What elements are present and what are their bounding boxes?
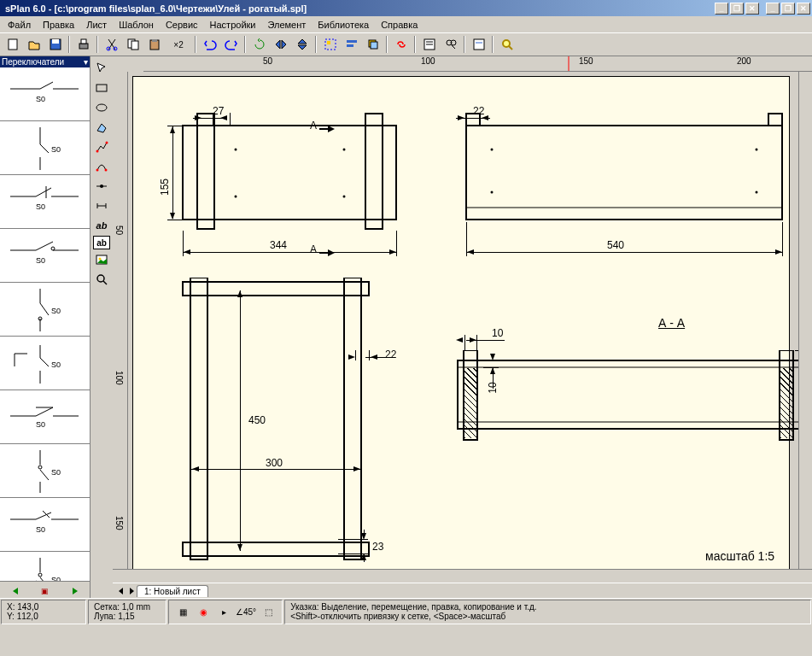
doc-minimize-button[interactable]: _ (766, 3, 780, 15)
tab-prev-icon[interactable] (116, 586, 126, 596)
rubber-toggle[interactable]: ⬚ (260, 605, 276, 620)
cut-button[interactable] (102, 35, 121, 54)
svg-line-81 (103, 281, 107, 284)
svg-point-68 (96, 104, 107, 111)
library-panel: Переключатели▾ S0 S0 S0 S0 S0 S0 S0 S0 S… (0, 56, 91, 598)
menu-edit[interactable]: Правка (37, 18, 80, 32)
paste-button[interactable] (144, 35, 164, 54)
tab-next-icon[interactable] (126, 586, 137, 596)
hint-text: Указка: Выделение, перемещение, правка, … (284, 600, 811, 624)
rect-tool[interactable] (92, 79, 112, 97)
print-button[interactable] (73, 35, 93, 54)
minimize-button[interactable]: _ (715, 3, 728, 15)
library-item[interactable]: S0 (0, 444, 90, 498)
library-item[interactable]: S0 (0, 121, 90, 175)
canvas[interactable]: 27 155 344 А (128, 72, 798, 569)
menu-settings[interactable]: Настройки (204, 18, 262, 32)
angle-toggle[interactable]: ▸ (216, 605, 231, 620)
svg-point-96 (491, 149, 494, 151)
zoom-tool[interactable] (92, 270, 112, 289)
flip-h-button[interactable] (271, 35, 290, 54)
svg-line-61 (43, 511, 50, 518)
canvas-area: 50 100 150 200 50 100 150 (113, 56, 812, 598)
circle-tool[interactable] (92, 98, 112, 117)
line-tool[interactable] (92, 138, 112, 156)
copy-button[interactable] (123, 35, 143, 54)
menu-sheet[interactable]: Лист (80, 18, 113, 32)
component-list-button[interactable] (469, 35, 488, 54)
scrollbar-vertical[interactable] (798, 72, 812, 569)
library-item[interactable]: S0 (0, 175, 90, 229)
library-item[interactable]: S0 (0, 67, 90, 121)
library-item[interactable]: S0 (0, 498, 90, 552)
menu-help[interactable]: Справка (375, 18, 424, 32)
menu-element[interactable]: Элемент (261, 18, 312, 32)
library-item[interactable]: S0 (0, 337, 90, 390)
open-button[interactable] (24, 35, 44, 54)
group-button[interactable] (320, 35, 340, 54)
find-button[interactable] (441, 35, 460, 54)
magnify-button[interactable] (497, 35, 517, 54)
dim-17: 17 (797, 376, 798, 387)
poly-tool[interactable] (92, 118, 112, 137)
redo-button[interactable] (221, 35, 241, 54)
svg-rect-23 (474, 39, 484, 50)
link-button[interactable] (391, 35, 411, 54)
doc-close-button[interactable]: ✕ (797, 3, 810, 15)
svg-line-28 (40, 82, 53, 89)
layer-button[interactable] (363, 35, 383, 54)
flip-v-button[interactable] (292, 35, 312, 54)
undo-button[interactable] (200, 35, 219, 54)
dim-300: 300 (266, 457, 283, 469)
menu-service[interactable]: Сервис (160, 18, 204, 32)
title-bar: sPlan 6.0 - [c:\program files\splan_6.0\… (0, 0, 812, 16)
svg-point-72 (105, 169, 108, 172)
dimension-tool[interactable] (92, 196, 112, 215)
svg-rect-100 (183, 282, 369, 296)
section-label-aa: А - А (658, 316, 685, 330)
svg-line-48 (40, 358, 49, 366)
scrollbar-horizontal[interactable] (113, 569, 812, 583)
library-item[interactable]: S0 (0, 552, 90, 581)
list-button[interactable] (419, 35, 439, 54)
svg-point-55 (38, 466, 42, 469)
library-item[interactable]: S0 (0, 390, 90, 444)
library-header[interactable]: Переключатели▾ (0, 56, 90, 67)
save-button[interactable] (45, 35, 65, 54)
dim-10: 10 (492, 327, 503, 339)
align-button[interactable] (342, 35, 361, 54)
grid-toggle[interactable]: ▦ (175, 605, 190, 620)
svg-line-21 (452, 45, 455, 49)
image-tool[interactable] (92, 250, 112, 269)
dim-344: 344 (270, 239, 287, 251)
menu-file[interactable]: Файл (2, 18, 37, 32)
rotate-button[interactable] (249, 35, 269, 54)
dim-23: 23 (372, 541, 383, 553)
svg-point-89 (343, 196, 346, 198)
library-item[interactable]: S0 (0, 229, 90, 283)
doc-restore-button[interactable]: ❐ (781, 3, 795, 15)
library-item[interactable]: S0 (0, 283, 90, 337)
sheet-tab[interactable]: 1: Новый лист (137, 585, 208, 597)
lib-next-button[interactable] (61, 582, 89, 600)
restore-button[interactable]: ❐ (730, 3, 744, 15)
snap-toggle[interactable]: ◉ (196, 605, 211, 620)
pointer-tool[interactable] (92, 59, 112, 78)
new-button[interactable] (3, 35, 22, 54)
menu-template[interactable]: Шаблон (113, 18, 160, 32)
menu-library[interactable]: Библиотека (312, 18, 375, 32)
textbox-tool[interactable]: ab (93, 236, 110, 249)
library-items: S0 S0 S0 S0 S0 S0 S0 S0 S0 S0 (0, 67, 90, 581)
duplicate-button[interactable]: ×2 (166, 35, 191, 54)
bezier-tool[interactable] (92, 157, 112, 176)
svg-rect-106 (458, 422, 798, 429)
dim-22: 22 (385, 348, 396, 360)
svg-point-40 (51, 247, 55, 250)
dim-540: 540 (607, 239, 624, 251)
text-tool[interactable]: ab (92, 216, 112, 235)
node-tool[interactable] (92, 177, 112, 196)
lib-add-button[interactable]: ▣ (31, 582, 59, 600)
close-button[interactable]: ✕ (745, 3, 759, 15)
lib-prev-button[interactable] (1, 582, 29, 600)
angle-value: 45° (243, 607, 256, 617)
